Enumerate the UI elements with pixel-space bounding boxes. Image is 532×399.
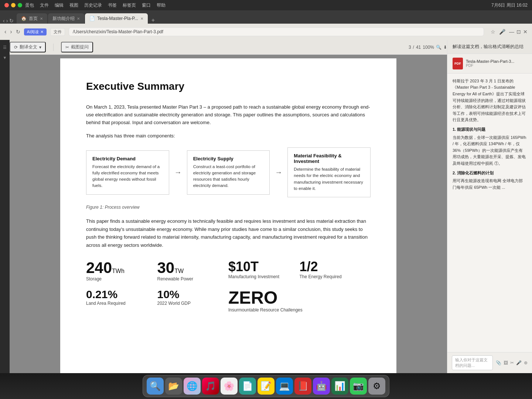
menu-edit[interactable]: 编辑	[55, 2, 64, 8]
file-info: Tesla-Master-Plan-Part-3... PDF	[466, 59, 514, 68]
voice-icon[interactable]: 🎤	[516, 360, 522, 365]
ai-reading-tag[interactable]: AI阅读 ✕	[24, 28, 47, 35]
section-title-2: 2. 消除化石燃料的计划	[453, 170, 527, 177]
dock-facetime[interactable]: 📷	[350, 378, 367, 395]
section-text-1: 当前为数据，全球一次能源供应 165PWh / 年，化石燃料供应 134PWh …	[453, 134, 527, 167]
forward-nav-icon[interactable]: ›	[10, 28, 12, 35]
back-icon[interactable]: ‹	[3, 18, 5, 24]
menu-window[interactable]: 窗口	[142, 2, 151, 8]
reload-page-icon[interactable]: ↻	[16, 29, 20, 35]
image-icon[interactable]: 🖼	[504, 360, 508, 365]
dock-music[interactable]: 🎵	[202, 378, 219, 395]
title-bar-right: 7月6日 周日 16:02	[491, 2, 528, 8]
menu-history[interactable]: 历史记录	[84, 2, 102, 8]
sidebar-icon-1[interactable]: ▼	[1, 54, 8, 61]
dock-vscode[interactable]: 💻	[276, 378, 293, 395]
back-nav-icon[interactable]: ‹	[4, 28, 6, 35]
tab-tesla-pdf[interactable]: 📄 Tesla-Master-Pla-P... ✕	[85, 13, 147, 24]
dock-settings[interactable]: ⚙	[368, 378, 385, 395]
bookmark-icon[interactable]: ☆	[491, 29, 495, 35]
chat-icons: 📎 🖼 ✂ 🎤 ⊕	[496, 360, 528, 365]
stat-energy-half-number: 1/2	[300, 260, 371, 273]
menu-help[interactable]: 帮助	[157, 2, 166, 8]
stat-renewable: 30TW Renewable Power	[157, 256, 229, 285]
address-bar-icons: ☆ 🎤 — ⊡ ✕	[491, 29, 528, 35]
dock-files[interactable]: 📂	[165, 378, 182, 395]
menu-file[interactable]: 文件	[40, 2, 49, 8]
dock-ai[interactable]: 🤖	[313, 378, 330, 395]
tab-features[interactable]: 新功能介绍 ✕	[48, 13, 84, 24]
zoom-in-icon[interactable]: 🔍	[436, 45, 441, 50]
section-text-2: 用可再生能源改造现有电网 全球电力部门每年供应 65PWh 一次能 ...	[453, 178, 527, 191]
restore-win-icon[interactable]: ⊡	[516, 29, 521, 35]
send-icon[interactable]: ⊕	[524, 360, 528, 365]
dock-preview[interactable]: 📄	[239, 378, 256, 395]
menu-tabs[interactable]: 标签页	[123, 2, 136, 8]
page-info: 3 / 41 100% 🔍 ⬇	[409, 45, 447, 50]
dock-area: 🔍 📂 🌐 🎵 🌸 📄 📝 💻 📕 🤖 📊 📷 ⚙	[0, 373, 532, 399]
tab-features-close[interactable]: ✕	[77, 17, 80, 21]
dock-acrobat[interactable]: 📕	[294, 378, 311, 395]
translate-dropdown-icon: ▾	[39, 45, 41, 50]
ai-tag-close[interactable]: ✕	[40, 30, 44, 34]
pdf-viewer[interactable]: ⟳ 翻译全文 ▾ ✂ 截图提问 3 / 41 100% 🔍 ⬇ Executiv…	[10, 40, 447, 373]
stat-energy-half-label: The Energy Required	[300, 274, 371, 279]
menu-view[interactable]: 视图	[69, 2, 78, 8]
address-field[interactable]: /Users/chenzixin/Tesla-Master-Plan-Part-…	[69, 27, 484, 36]
stat-renewable-number: 30TW	[157, 260, 229, 276]
fullscreen-button[interactable]	[18, 3, 22, 7]
minimize-win-icon[interactable]: —	[509, 29, 514, 35]
dock-finder[interactable]: 🔍	[147, 378, 164, 395]
stats-grid: 240TWh Storage 30TW Renewable Power $10T…	[86, 256, 371, 316]
stat-investment: $10T Manufacturing Investment	[228, 256, 300, 285]
mic-icon[interactable]: 🎤	[499, 29, 505, 35]
menu-bookmarks[interactable]: 书签	[108, 2, 117, 8]
tab-home-label: 首页	[29, 16, 38, 22]
right-panel-file: PDF Tesla-Master-Plan-Part-3... PDF	[447, 54, 532, 74]
tab-tesla-close[interactable]: ✕	[140, 17, 143, 21]
close-button[interactable]	[4, 3, 9, 7]
sidebar-toggle-icon[interactable]: ☰	[1, 44, 8, 51]
dock-photos[interactable]: 🌸	[221, 378, 238, 395]
left-sidebar: ☰ ▼	[0, 40, 10, 373]
macos-dock: 🔍 📂 🌐 🎵 🌸 📄 📝 💻 📕 🤖 📊 📷 ⚙	[143, 375, 389, 397]
file-tag[interactable]: 文件	[50, 28, 65, 36]
crop-icon[interactable]: ✂	[510, 360, 514, 365]
minimize-button[interactable]	[11, 3, 16, 7]
tab-features-label: 新功能介绍	[52, 16, 75, 22]
electricity-supply-title: Electricity Supply	[193, 156, 264, 161]
stat-zero: ZERO Insurmountable Resource Challenges	[228, 285, 371, 316]
menu-eggwrap[interactable]: 蛋包	[25, 2, 34, 8]
attach-icon[interactable]: 📎	[496, 360, 501, 365]
translate-button[interactable]: ⟳ 翻译全文 ▾	[10, 42, 46, 52]
reload-icon[interactable]: ↻	[9, 18, 14, 24]
electricity-demand-box: Electricity Demand Forecast the electric…	[86, 150, 169, 195]
dock-notes[interactable]: 📝	[258, 378, 274, 395]
download-icon[interactable]: ⬇	[443, 45, 447, 50]
stat-investment-number: $10T	[228, 260, 300, 273]
new-tab-button[interactable]: +	[149, 17, 158, 24]
stat-storage-number: 240TWh	[86, 260, 157, 276]
dock-excel[interactable]: 📊	[331, 378, 348, 395]
address-bar: ‹ › ↻ AI阅读 ✕ 文件 /Users/chenzixin/Tesla-M…	[0, 24, 532, 40]
electricity-demand-text: Forecast the electricity demand of a ful…	[92, 164, 163, 189]
stat-land-label: Land Area Required	[86, 301, 157, 306]
chat-input[interactable]: 输入你对于这篇文档的问题...	[452, 355, 493, 370]
translate-label: 翻译全文	[20, 44, 37, 50]
current-page[interactable]: 3	[409, 45, 411, 50]
nav-arrows: ‹ › ↻	[3, 18, 14, 24]
stat-gdp-label: 2022 World GDP	[157, 301, 229, 306]
pdf-toolbar: ⟳ 翻译全文 ▾ ✂ 截图提问 3 / 41 100% 🔍 ⬇	[10, 40, 447, 55]
electricity-supply-text: Construct a least-cost portfolio of elec…	[193, 164, 264, 189]
screenshot-button[interactable]: ✂ 截图提问	[61, 42, 93, 52]
intro-paragraph: On March 1, 2023, Tesla presented Master…	[86, 103, 371, 126]
tab-home-close[interactable]: ✕	[40, 17, 43, 21]
tab-home[interactable]: 🏠 首页 ✕	[17, 13, 47, 24]
body-text-main: This paper finds a sustainable energy ec…	[86, 217, 371, 249]
electricity-demand-title: Electricity Demand	[92, 156, 163, 161]
executive-summary-title: Executive Summary	[86, 81, 371, 92]
forward-icon[interactable]: ›	[6, 18, 8, 24]
stat-land-number: 0.21%	[86, 289, 157, 300]
dock-arc[interactable]: 🌐	[184, 378, 201, 395]
close-win-icon[interactable]: ✕	[523, 29, 528, 35]
